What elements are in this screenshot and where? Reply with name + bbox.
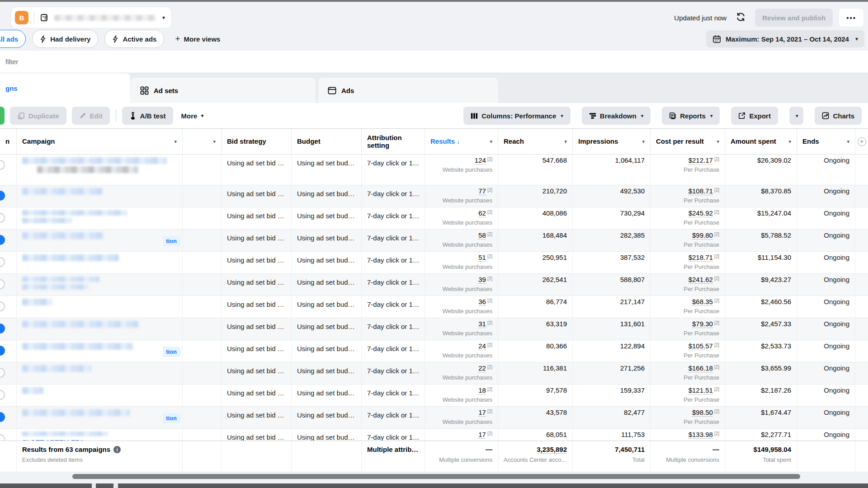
campaign-toggle[interactable] <box>0 412 5 422</box>
column-header-bid-strategy[interactable]: Bid strategy <box>222 129 292 154</box>
results-value[interactable]: 17 <box>478 408 486 417</box>
campaign-toggle[interactable] <box>0 434 5 441</box>
ab-test-button[interactable]: A/B test <box>122 107 173 125</box>
campaign-cell[interactable] <box>17 296 183 318</box>
results-value[interactable]: 58 <box>478 231 486 239</box>
column-header-results[interactable]: Results↓▾ <box>425 129 498 154</box>
campaign-toggle[interactable] <box>0 301 5 311</box>
columns-button[interactable]: Columns: Performance ▾ <box>463 107 571 125</box>
horizontal-scrollbar[interactable] <box>0 472 868 480</box>
filter-bar[interactable]: filter <box>0 51 868 73</box>
column-header-budget[interactable]: Budget <box>292 129 362 154</box>
cost-per-result-value[interactable]: $108.71 <box>689 187 713 195</box>
horizontal-scrollbar-thumb[interactable] <box>72 474 800 479</box>
column-header-amount-spent[interactable]: Amount spent▾ <box>725 129 797 154</box>
view-tab-active-ads[interactable]: Active ads <box>104 30 164 48</box>
review-and-publish-button[interactable]: Review and publish <box>755 9 833 27</box>
cost-per-result-value[interactable]: $105.57 <box>689 342 713 350</box>
column-header-campaign[interactable]: Campaign▾ <box>17 129 183 154</box>
results-value[interactable]: 24 <box>478 342 486 350</box>
campaign-toggle[interactable] <box>0 257 5 267</box>
refresh-button[interactable] <box>733 9 749 26</box>
create-button-partial[interactable] <box>0 107 5 125</box>
results-value[interactable]: 31 <box>478 320 486 328</box>
export-button[interactable]: Export <box>731 107 778 125</box>
results-value[interactable]: 124 <box>475 156 486 164</box>
campaign-cell[interactable] <box>17 185 183 207</box>
column-header-ends[interactable]: Ends▾ <box>797 129 855 154</box>
reports-button[interactable]: Reports ▾ <box>662 107 720 125</box>
campaign-cell[interactable]: tion <box>17 230 183 251</box>
campaign-cell[interactable] <box>17 207 183 229</box>
column-header-attribution[interactable]: Attribution setting <box>362 129 425 154</box>
cost-per-result-value[interactable]: $133.98 <box>689 431 713 439</box>
results-value[interactable]: 22 <box>478 364 486 372</box>
amount-spent-cell: $5,788.52 <box>725 230 797 251</box>
divider <box>116 109 116 122</box>
column-header-impressions[interactable]: Impressions▾ <box>573 129 651 154</box>
campaign-toggle[interactable] <box>0 324 5 333</box>
cost-per-result-value[interactable]: $218.71 <box>689 253 713 262</box>
duplicate-button[interactable]: Duplicate <box>10 107 66 125</box>
results-value[interactable]: 77 <box>478 187 486 195</box>
summary-attribution-cell: Multiple attrib… <box>362 441 425 472</box>
tab-campaigns[interactable]: gns <box>0 73 130 103</box>
tab-ad-sets[interactable]: Ad sets <box>131 78 316 103</box>
account-selector[interactable]: B ▾ <box>11 7 171 28</box>
results-value[interactable]: 62 <box>478 209 486 217</box>
results-value[interactable]: 18 <box>478 386 486 394</box>
campaign-toggle[interactable] <box>0 235 5 245</box>
results-value[interactable]: 39 <box>478 276 486 284</box>
column-header-add-column[interactable]: + <box>855 129 868 154</box>
campaign-cell[interactable]: tion <box>17 340 183 362</box>
date-range-picker[interactable]: Maximum: Sep 14, 2021 – Oct 14, 2024 ▾ <box>706 30 864 47</box>
cost-per-result-value[interactable]: $79.30 <box>692 320 713 328</box>
results-value[interactable]: 36 <box>478 298 486 306</box>
results-value[interactable]: 51 <box>478 253 486 262</box>
view-tab-all-ads[interactable]: All ads <box>0 30 26 48</box>
cost-per-result-value[interactable]: $99.80 <box>692 231 713 239</box>
campaign-cell[interactable]: tion <box>17 407 183 428</box>
column-header-cost-per-result[interactable]: Cost per result▾ <box>651 129 725 154</box>
cost-per-result-value[interactable]: $98.50 <box>692 408 713 417</box>
cost-note: [2] <box>714 254 719 259</box>
cost-per-result-value[interactable]: $241.62 <box>689 276 713 284</box>
view-tab-had-delivery[interactable]: Had delivery <box>32 30 98 48</box>
campaign-cell[interactable] <box>17 155 183 185</box>
cost-per-result-value[interactable]: $245.92 <box>689 209 713 217</box>
more-options-button[interactable]: ••• <box>839 9 863 27</box>
info-icon[interactable]: i <box>113 446 121 453</box>
campaign-toggle[interactable] <box>0 390 5 400</box>
breakdown-button[interactable]: Breakdown ▾ <box>582 107 651 125</box>
column-header-extra[interactable]: ▾ <box>183 129 222 154</box>
impressions-value: 271,256 <box>620 364 645 372</box>
campaign-cell[interactable] <box>17 385 183 406</box>
more-views-button[interactable]: + More views <box>170 30 225 48</box>
add-column-cell <box>855 252 868 273</box>
campaign-cell[interactable] <box>17 252 183 273</box>
tab-ads[interactable]: Ads <box>318 78 498 103</box>
campaign-cell[interactable] <box>17 362 183 384</box>
campaign-toggle[interactable] <box>0 346 5 356</box>
cost-per-result-value[interactable]: $121.51 <box>689 386 713 394</box>
campaign-toggle[interactable] <box>0 191 5 201</box>
campaign-cell[interactable]: SLOTT ARTEM FR1 <box>17 429 183 441</box>
campaign-cell[interactable] <box>17 274 183 296</box>
campaign-toggle[interactable] <box>0 368 5 378</box>
cost-per-result-value[interactable]: $68.35 <box>692 298 713 306</box>
campaign-toggle[interactable] <box>0 160 5 170</box>
export-caret-button[interactable]: ▾ <box>789 107 804 125</box>
cost-per-result-value[interactable]: $212.17 <box>689 156 713 164</box>
results-value[interactable]: 17 <box>478 431 486 439</box>
edit-button[interactable]: Edit <box>72 107 110 125</box>
column-header-reach[interactable]: Reach▾ <box>498 129 573 154</box>
cost-per-result-value[interactable]: $166.18 <box>689 364 713 372</box>
campaign-toggle[interactable] <box>0 279 5 289</box>
campaign-cell[interactable] <box>17 318 183 340</box>
more-menu[interactable]: More ▾ <box>181 112 204 120</box>
amount-spent-cell: $9,423.27 <box>725 274 797 296</box>
campaign-toggle[interactable] <box>0 213 5 223</box>
campaign-link[interactable]: SLOTT ARTEM FR1 <box>22 438 177 441</box>
cost-note: [2] <box>714 320 719 325</box>
charts-button[interactable]: Charts <box>815 107 862 125</box>
